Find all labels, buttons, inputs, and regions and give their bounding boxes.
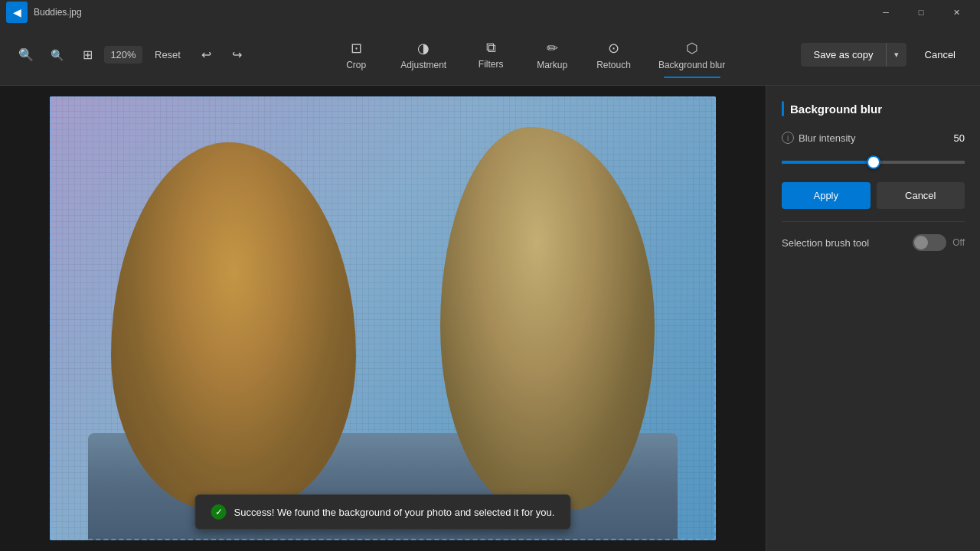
blur-slider-container[interactable]	[782, 153, 965, 167]
blur-panel-section: Background blur i Blur intensity 50 Appl…	[766, 86, 980, 266]
retouch-label: Retouch	[596, 60, 631, 70]
fit-view-icon: ⊞	[83, 47, 93, 62]
save-as-group: Save as copy ▾	[801, 43, 906, 67]
undo-button[interactable]: ↩	[193, 41, 220, 69]
right-panel: Background blur i Blur intensity 50 Appl…	[766, 86, 980, 551]
blur-value-display: 50	[954, 132, 965, 144]
redo-icon: ↪	[232, 47, 242, 62]
zoom-level-display: 120%	[104, 46, 142, 64]
titlebar: ◀ Buddies.jpg ─ □ ✕	[0, 0, 980, 24]
toast-message: Success! We found the background of your…	[234, 507, 555, 518]
toggle-state-label: Off	[952, 237, 965, 248]
toolbar-left-controls: 🔍 🔍 ⊞ 120% Reset ↩ ↪	[12, 41, 251, 69]
reset-button[interactable]: Reset	[145, 46, 190, 64]
fit-view-button[interactable]: ⊞	[74, 41, 101, 69]
zoom-out-icon: 🔍	[51, 49, 64, 61]
crop-icon: ⊡	[351, 40, 362, 57]
close-button[interactable]: ✕	[939, 0, 974, 24]
canvas-area[interactable]: ✓ Success! We found the background of yo…	[0, 86, 766, 551]
zoom-out-button[interactable]: 🔍	[43, 41, 70, 69]
save-as-button[interactable]: Save as copy	[801, 43, 886, 67]
tool-button-crop[interactable]: ⊡Crop	[325, 34, 387, 77]
selection-brush-label: Selection brush tool	[782, 237, 869, 249]
toast-success-icon: ✓	[211, 504, 227, 520]
toggle-knob	[914, 236, 928, 249]
panel-title: Background blur	[782, 101, 965, 116]
minimize-icon: ─	[883, 8, 889, 17]
panel-action-buttons: Apply Cancel	[782, 182, 965, 209]
tool-button-markup[interactable]: ✏Markup	[521, 34, 583, 77]
image-container	[50, 96, 716, 540]
adjustment-label: Adjustment	[400, 60, 446, 70]
cancel-button[interactable]: Cancel	[913, 43, 968, 67]
main-content: ✓ Success! We found the background of yo…	[0, 86, 980, 551]
back-button[interactable]: ◀	[6, 2, 28, 23]
back-icon: ◀	[13, 6, 21, 18]
tool-button-retouch[interactable]: ⊙Retouch	[583, 34, 645, 77]
toolbar: 🔍 🔍 ⊞ 120% Reset ↩ ↪ ⊡Crop◑Adjustment⧉Fi…	[0, 24, 980, 86]
panel-divider	[782, 221, 965, 222]
window-controls: ─ □ ✕	[868, 0, 974, 24]
filters-icon: ⧉	[486, 40, 496, 56]
blur-intensity-label: i Blur intensity	[782, 132, 855, 144]
toggle-container: Off	[913, 234, 965, 251]
crop-label: Crop	[346, 60, 366, 70]
toast-notification: ✓ Success! We found the background of yo…	[195, 494, 571, 530]
blur-intensity-row: i Blur intensity 50	[782, 132, 965, 144]
tool-button-background-blur[interactable]: ⬡Background blur	[645, 34, 739, 77]
blur-intensity-slider[interactable]	[782, 161, 965, 164]
filename-label: Buddies.jpg	[34, 7, 82, 18]
zoom-in-button[interactable]: 🔍	[12, 41, 40, 69]
maximize-icon: □	[919, 8, 924, 17]
selection-brush-row: Selection brush tool Off	[782, 234, 965, 251]
maximize-button[interactable]: □	[903, 0, 939, 24]
dogs-image	[50, 96, 716, 540]
background-blur-icon: ⬡	[686, 40, 698, 57]
save-as-dropdown-button[interactable]: ▾	[887, 44, 906, 66]
tool-button-filters[interactable]: ⧉Filters	[460, 34, 521, 76]
markup-label: Markup	[537, 60, 567, 70]
minimize-button[interactable]: ─	[868, 0, 903, 24]
titlebar-left: ◀ Buddies.jpg	[6, 2, 82, 23]
dropdown-icon: ▾	[894, 50, 899, 59]
zoom-in-icon: 🔍	[18, 47, 34, 62]
undo-icon: ↩	[201, 47, 211, 62]
filters-label: Filters	[479, 59, 504, 70]
title-accent-bar	[782, 101, 784, 116]
apply-button[interactable]: Apply	[782, 182, 871, 209]
markup-icon: ✏	[547, 40, 558, 57]
adjustment-icon: ◑	[417, 40, 430, 57]
checkmark-icon: ✓	[215, 507, 223, 517]
background-blur-label: Background blur	[658, 60, 725, 70]
tool-button-adjustment[interactable]: ◑Adjustment	[387, 34, 460, 77]
close-icon: ✕	[953, 8, 960, 18]
panel-title-text: Background blur	[790, 103, 882, 116]
blur-intensity-text: Blur intensity	[799, 132, 855, 144]
retouch-icon: ⊙	[608, 40, 619, 57]
redo-button[interactable]: ↪	[224, 41, 251, 69]
toolbar-tools: ⊡Crop◑Adjustment⧉Filters✏Markup⊙Retouch⬡…	[266, 34, 799, 77]
info-icon[interactable]: i	[782, 132, 794, 144]
toolbar-right-controls: Save as copy ▾ Cancel	[801, 43, 968, 67]
selection-brush-toggle[interactable]	[913, 234, 946, 251]
panel-cancel-button[interactable]: Cancel	[877, 182, 965, 209]
